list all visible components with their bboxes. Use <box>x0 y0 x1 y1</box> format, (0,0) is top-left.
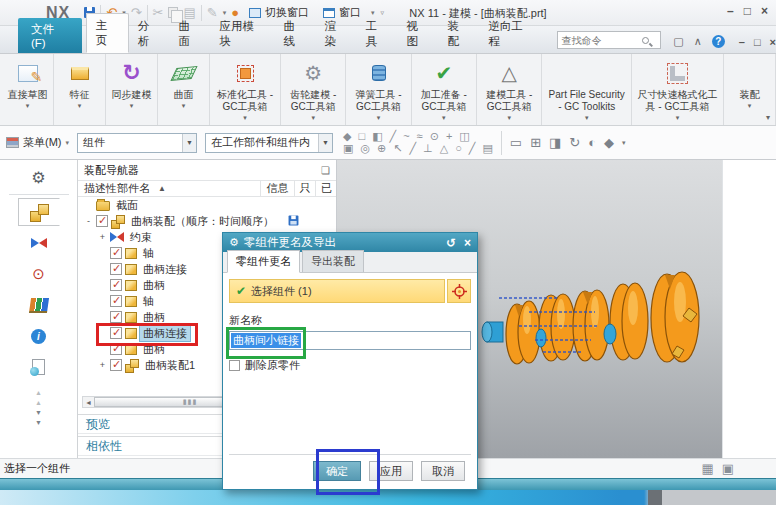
roles-gear-icon[interactable]: ⚙ <box>21 163 57 191</box>
ribbon-group-button[interactable]: 标准化工具 - GC工具箱 ▾ <box>210 54 281 125</box>
scroll-up-icon[interactable]: ▲ <box>35 399 42 406</box>
scroll-down-icon[interactable]: ▼ <box>35 419 42 426</box>
float-panel-icon[interactable]: ❏ <box>321 165 330 176</box>
taskbar-button[interactable] <box>648 490 662 505</box>
minimize-ribbon-icon[interactable]: ∧ <box>694 35 702 48</box>
column-header-readonly[interactable]: 只 <box>294 181 315 196</box>
ribbon-group-button[interactable]: 齿轮建模 - GC工具箱 ▾ <box>281 54 346 125</box>
ribbon-group-button[interactable]: 同步建模 ▾ <box>106 54 158 125</box>
chevron-down-icon[interactable]: ▼ <box>318 134 332 152</box>
scroll-up-icon[interactable]: ▲ <box>35 389 42 396</box>
chevron-down-icon[interactable]: ▼ <box>182 134 196 152</box>
ribbon-group-button[interactable]: 加工准备 - GC工具箱 ▾ <box>412 54 477 125</box>
snap-tool-icon[interactable]: ◧ <box>372 131 382 142</box>
part-navigator-tab[interactable]: ⊙ <box>21 260 57 288</box>
constraint-navigator-tab[interactable] <box>21 229 57 257</box>
view-tool-icon[interactable]: ◨ <box>549 135 561 150</box>
expand-toggle-icon[interactable]: + <box>98 232 107 242</box>
scroll-down-icon[interactable]: ▼ <box>35 409 42 416</box>
snap-tool-icon[interactable]: ◫ <box>459 131 469 142</box>
snap-tool-icon[interactable]: ◆ <box>343 131 351 142</box>
toolbar-overflow-icon[interactable]: ▾ <box>622 139 626 147</box>
snap-tool-icon[interactable]: ≈ <box>417 131 423 142</box>
ribbon-group-button[interactable]: 直接草图 ▾ <box>2 54 54 125</box>
ribbon-group-button[interactable]: 尺寸快速格式化工具 - GC工具箱 ▾ <box>632 54 724 125</box>
snap-tool-icon[interactable]: ⊙ <box>430 131 439 142</box>
ribbon-group-button[interactable]: 特征 ▾ <box>54 54 106 125</box>
snap-tool-icon[interactable]: ⊕ <box>377 143 386 154</box>
visibility-checkbox[interactable] <box>110 279 122 291</box>
close-button[interactable]: × <box>761 4 768 18</box>
chevron-down-icon[interactable]: ▾ <box>311 114 315 122</box>
chevron-down-icon[interactable]: ▾ <box>507 114 511 122</box>
visibility-checkbox[interactable] <box>110 359 122 371</box>
menu-button[interactable]: 菜单(M) ▾ <box>6 135 69 150</box>
snap-tool-icon[interactable]: ~ <box>403 131 409 142</box>
snap-tool-icon[interactable]: ╱ <box>409 143 416 154</box>
child-close-button[interactable]: × <box>770 36 776 48</box>
selection-type-filter[interactable]: 组件 ▼ <box>77 133 197 153</box>
ribbon-tab[interactable]: 曲面 <box>170 15 211 53</box>
snap-tool-icon[interactable]: ▣ <box>343 143 353 154</box>
maximize-button[interactable]: □ <box>744 4 751 18</box>
chevron-down-icon[interactable]: ▾ <box>748 102 752 110</box>
cancel-button[interactable]: 取消 <box>421 461 465 481</box>
reuse-library-tab[interactable] <box>21 291 57 319</box>
child-minimize-button[interactable]: – <box>739 36 745 48</box>
chevron-down-icon[interactable]: ▾ <box>243 114 247 122</box>
snap-tool-icon[interactable]: + <box>446 131 452 142</box>
view-tool-icon[interactable]: ◐ <box>588 135 596 150</box>
chevron-down-icon[interactable]: ▾ <box>377 114 381 122</box>
selection-scope-filter[interactable]: 在工作部件和组件内 ▼ <box>205 133 333 153</box>
ribbon-tab[interactable]: 主页 <box>86 13 129 53</box>
web-browser-tab[interactable] <box>21 353 57 381</box>
checkbox[interactable] <box>229 360 240 371</box>
expand-toggle-icon[interactable]: - <box>84 216 93 226</box>
sort-arrow-icon[interactable]: ▲ <box>158 184 166 193</box>
snap-tool-icon[interactable]: ⊥ <box>423 143 433 154</box>
ribbon-tab[interactable]: 逆向工程 <box>479 15 543 53</box>
delete-original-checkbox-row[interactable]: 删除原零件 <box>229 358 471 373</box>
ribbon-tab[interactable]: 工具 <box>356 15 397 53</box>
visibility-checkbox[interactable] <box>110 295 122 307</box>
dialog-reset-icon[interactable]: ↺ <box>446 236 456 250</box>
snap-tool-icon[interactable]: ○ <box>455 143 462 154</box>
snap-tool-icon[interactable]: ▤ <box>482 143 492 154</box>
child-restore-button[interactable]: □ <box>754 36 761 48</box>
fit-view-icon[interactable]: ▣ <box>722 461 734 476</box>
chevron-down-icon[interactable]: ▾ <box>130 102 134 110</box>
snap-tool-icon[interactable]: ↖ <box>393 143 402 154</box>
ribbon-tab[interactable]: 分析 <box>129 15 170 53</box>
visibility-checkbox[interactable] <box>96 215 108 227</box>
tab-export-assembly[interactable]: 导出装配 <box>302 250 364 272</box>
search-icon[interactable] <box>642 37 649 44</box>
minimize-button[interactable]: – <box>727 4 734 18</box>
ribbon-overflow-icon[interactable]: ▾ <box>766 113 770 122</box>
column-header-info[interactable]: 信息 <box>260 181 294 196</box>
snap-tool-icon[interactable]: △ <box>440 143 448 154</box>
chevron-down-icon[interactable]: ▾ <box>78 102 82 110</box>
visibility-checkbox[interactable] <box>110 247 122 259</box>
snap-tool-icon[interactable]: □ <box>358 131 365 142</box>
view-tool-icon[interactable]: ⊞ <box>530 135 541 150</box>
ribbon-tab[interactable]: 曲线 <box>275 15 316 53</box>
fullscreen-icon[interactable]: ▢ <box>673 35 683 48</box>
chevron-down-icon[interactable]: ▾ <box>676 114 680 122</box>
column-header-name[interactable]: 描述性部件名 <box>78 181 150 196</box>
view-tool-icon[interactable]: ◆ <box>604 135 614 150</box>
assembly-navigator-tab[interactable] <box>18 198 60 226</box>
tree-row[interactable]: 截面 <box>78 197 336 213</box>
ribbon-tab[interactable]: 渲染 <box>315 15 356 53</box>
select-target-button[interactable] <box>447 279 471 303</box>
ribbon-tab[interactable]: 应用模块 <box>211 15 275 53</box>
visibility-checkbox[interactable] <box>110 263 122 275</box>
file-tab[interactable]: 文件(F) <box>18 18 82 53</box>
ribbon-group-button[interactable]: 曲面 ▾ <box>158 54 210 125</box>
visibility-checkbox[interactable] <box>110 311 122 323</box>
ribbon-group-button[interactable]: 建模工具 - GC工具箱 ▾ <box>477 54 542 125</box>
chevron-down-icon[interactable]: ▾ <box>442 114 446 122</box>
dialog-close-icon[interactable]: × <box>464 236 471 250</box>
snap-tool-icon[interactable]: ◎ <box>360 143 370 154</box>
scroll-left-icon[interactable]: ◄ <box>83 399 94 406</box>
ribbon-group-button[interactable]: Part File Security - GC Toolkits ▾ <box>542 54 632 125</box>
